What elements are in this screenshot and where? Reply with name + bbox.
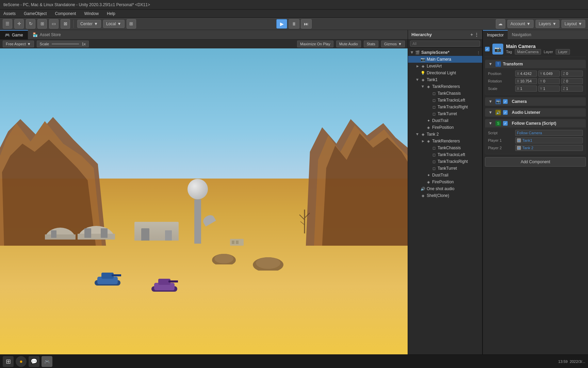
tree-item-dusttrail1[interactable]: ▶ ✦ DustTrail <box>408 117 482 124</box>
layer-value[interactable]: Layer <box>556 49 570 55</box>
add-component-button[interactable]: Add Component <box>485 157 586 167</box>
center-dropdown[interactable]: Center ▼ <box>77 20 101 28</box>
toolbar-sep-1 <box>74 20 74 28</box>
component-camera-header[interactable]: ▶ 📷 ✓ Camera <box>485 97 586 106</box>
player1-value[interactable]: ◈ Tank1 <box>515 137 583 143</box>
pause-button[interactable]: ⏸ <box>289 19 299 29</box>
tree-item-fireposition1[interactable]: ▶ ◈ FirePosition <box>408 124 482 131</box>
scene-options[interactable]: ⋮ <box>477 51 480 55</box>
menu-window[interactable]: Window <box>83 11 100 17</box>
layout-dropdown[interactable]: Layout ▼ <box>561 20 585 28</box>
rotate-tool-btn[interactable]: ↻ <box>26 19 35 29</box>
rotation-z[interactable]: Z 0 <box>561 78 583 84</box>
tree-item-tankchassis1[interactable]: ▶ ◻ TankChassis <box>408 90 482 97</box>
transform-tool-btn[interactable]: ⊠ <box>61 19 70 29</box>
component-audio-header[interactable]: ▶ 🔊 ✓ Audio Listener <box>485 108 586 117</box>
hierarchy-add-btn[interactable]: + <box>470 32 473 37</box>
maximize-on-play[interactable]: Maximize On Play <box>297 41 333 47</box>
play-button[interactable]: ▶ <box>276 19 287 29</box>
menu-gameobject[interactable]: GameObject <box>22 11 48 17</box>
tree-item-tanktracksright1[interactable]: ▶ ◻ TankTracksRight <box>408 104 482 110</box>
gizmos-btn[interactable]: Gizmos ▼ <box>381 41 405 47</box>
taskbar-wechat[interactable]: 💬 <box>29 356 39 367</box>
rotation-y[interactable]: Y 0 <box>538 78 560 84</box>
tree-item-levelart[interactable]: ▶ ◈ LevelArt <box>408 63 482 70</box>
tree-item-shellclone[interactable]: ▶ ◈ Shell(Clone) <box>408 192 482 199</box>
rect-tool-btn[interactable]: ▭ <box>49 19 59 29</box>
step-button[interactable]: ⏭ <box>301 19 312 29</box>
scale-y[interactable]: Y 1 <box>538 86 560 92</box>
component-followcamera-header[interactable]: ▶ S ✓ Follow Camera (Script) <box>485 119 586 127</box>
tree-item-dusttrail2[interactable]: ▶ ✦ DustTrail <box>408 172 482 179</box>
scale-slider[interactable] <box>52 43 79 45</box>
tab-inspector[interactable]: Inspector <box>483 30 508 40</box>
tab-navigation[interactable]: Navigation <box>508 30 535 40</box>
tree-label-tanktracksleft1: TankTracksLeft <box>438 98 465 103</box>
component-transform-header[interactable]: ▶ T Transform <box>485 60 586 68</box>
rotation-x-value: 10.754 <box>520 79 532 83</box>
hierarchy-menu-btn[interactable]: ⋮ <box>474 32 479 37</box>
followcam-enabled[interactable]: ✓ <box>503 121 508 126</box>
snap-btn[interactable]: ⊞ <box>127 19 136 29</box>
collab-btn[interactable]: ☁ <box>496 19 505 29</box>
script-row: Script Follow Camera <box>488 129 583 136</box>
object-enabled-checkbox[interactable]: ✓ <box>485 47 490 51</box>
svg-line-18 <box>300 221 305 225</box>
tag-value[interactable]: MainCamera <box>515 49 541 55</box>
player1-label: Player 1 <box>488 138 515 142</box>
tree-item-fireposition2[interactable]: ▶ ◈ FirePosition <box>408 179 482 185</box>
menu-help[interactable]: Help <box>105 11 117 17</box>
inspector-panel: Inspector Navigation ✓ 📷 Main Camera Tag… <box>483 30 588 358</box>
hand-tool-btn[interactable]: ☰ <box>3 19 12 29</box>
position-y[interactable]: Y 6.049 <box>538 71 560 77</box>
hierarchy-search-input[interactable] <box>410 41 480 47</box>
player1-row: Player 1 ◈ Tank1 <box>488 137 583 144</box>
tree-item-tankturret2[interactable]: ▶ ◻ TankTurret <box>408 165 482 172</box>
menu-component[interactable]: Component <box>53 11 77 17</box>
rotation-x[interactable]: X 10.754 <box>515 78 537 84</box>
tree-item-tanktracksright2[interactable]: ▶ ◻ TankTracksRight <box>408 158 482 165</box>
audio-enabled[interactable]: ✓ <box>503 110 508 115</box>
position-z[interactable]: Z 0 <box>561 71 583 77</box>
aspect-dropdown[interactable]: Free Aspect ▼ <box>3 41 34 47</box>
tab-asset-store[interactable]: 🏪 Asset Store <box>28 30 66 40</box>
position-x[interactable]: X 4.4242 <box>515 71 537 77</box>
tree-item-maincamera[interactable]: ▶ 📷 Main Camera <box>408 56 482 63</box>
aspect-label: Free Aspect <box>6 42 26 46</box>
menu-assets[interactable]: Assets <box>2 11 17 17</box>
local-dropdown[interactable]: Local ▼ <box>103 20 125 28</box>
tree-item-tank1[interactable]: ▶ ◈ Tank1 <box>408 76 482 83</box>
account-dropdown[interactable]: Account ▼ <box>507 20 534 28</box>
mute-audio-btn[interactable]: Mute Audio <box>336 41 361 47</box>
tree-item-samplescene[interactable]: ▶ 🎬 SampleScene* ⋮ <box>408 49 482 56</box>
taskbar-unity[interactable]: 🎮 <box>42 356 52 367</box>
transform-icon: T <box>495 61 501 67</box>
tree-item-tanktracksleft2[interactable]: ▶ ◻ TankTracksLeft <box>408 151 482 158</box>
taskbar-chrome[interactable]: ● <box>16 356 27 367</box>
scale-tool-btn[interactable]: ⊞ <box>37 19 47 29</box>
tree-item-tank2[interactable]: ▶ ◈ Tank 2 <box>408 131 482 138</box>
script-value[interactable]: Follow Camera <box>515 130 583 136</box>
scale-x[interactable]: X 1 <box>515 86 537 92</box>
position-z-value: 0 <box>566 72 568 76</box>
tree-item-oneshotaudio[interactable]: ▶ 🔊 One shot audio <box>408 185 482 192</box>
stats-btn[interactable]: Stats <box>364 41 378 47</box>
center-label: Center <box>80 21 93 26</box>
tree-item-tankrenderers2[interactable]: ▶ ◈ TankRenderers <box>408 138 482 144</box>
layers-dropdown[interactable]: Layers ▼ <box>536 20 559 28</box>
tab-game[interactable]: 🎮 Game <box>0 30 28 40</box>
svg-point-22 <box>256 257 280 269</box>
tree-item-dirlight[interactable]: ▶ 💡 Directional Light <box>408 70 482 76</box>
tree-item-tanktracksleft1[interactable]: ▶ ◻ TankTracksLeft <box>408 97 482 104</box>
tree-item-tankchassis2[interactable]: ▶ ◻ TankChassis <box>408 144 482 151</box>
taskbar-start[interactable]: ⊞ <box>3 356 14 367</box>
player2-value[interactable]: ◈ Tank 2 <box>515 145 583 151</box>
svg-rect-14 <box>101 228 108 238</box>
move-tool-btn[interactable]: ✛ <box>14 19 24 29</box>
tree-item-tankturret1[interactable]: ▶ ◻ TankTurret <box>408 110 482 117</box>
tree-item-tankrenderers1[interactable]: ▶ ◈ TankRenderers <box>408 83 482 90</box>
position-x-value: 4.4242 <box>520 72 532 76</box>
scale-z[interactable]: Z 1 <box>561 86 583 92</box>
camera-enabled[interactable]: ✓ <box>503 99 508 104</box>
title-text: tleScene - PC, Mac & Linux Standalone - … <box>3 2 150 7</box>
